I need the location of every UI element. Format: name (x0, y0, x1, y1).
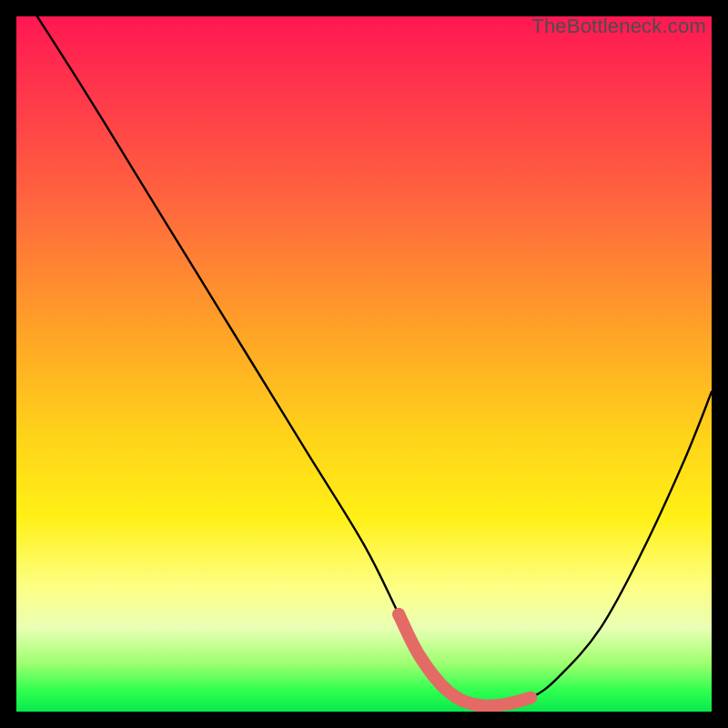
chart-frame: TheBottleneck.com (16, 16, 712, 712)
bottleneck-highlight-segment (399, 614, 531, 706)
bottleneck-curve (37, 16, 712, 706)
watermark-text: TheBottleneck.com (531, 15, 706, 38)
chart-overlay (16, 16, 712, 712)
bottleneck-highlight-dot (392, 608, 405, 621)
